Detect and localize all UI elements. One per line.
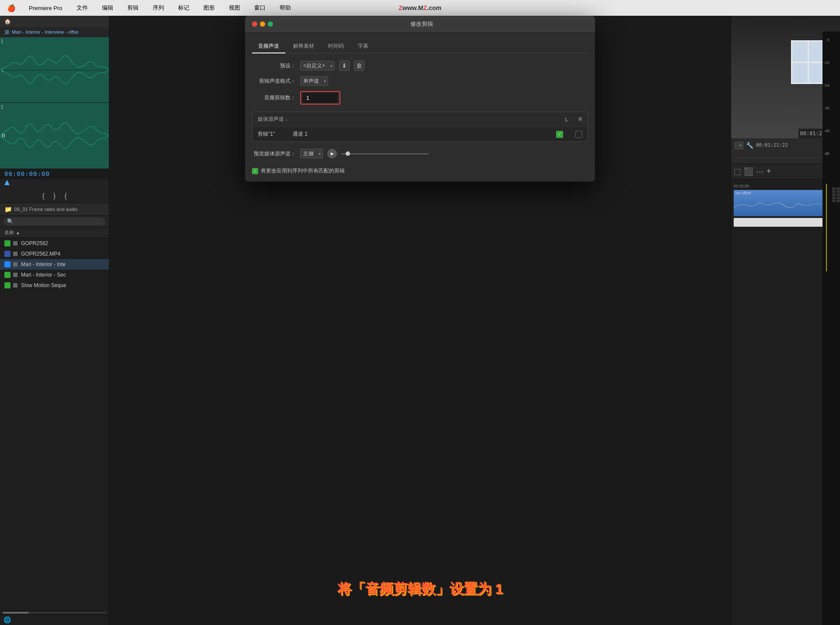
channel-col-label: 通道 1 — [293, 130, 319, 138]
apply-checkbox[interactable]: ✓ — [252, 168, 258, 174]
source-channels-label: 媒体源声道： — [258, 116, 289, 123]
volume-thumb — [346, 151, 350, 156]
channel-table: 媒体源声道： L R 剪辑"1" 通道 1 ✓ — [252, 112, 588, 142]
vu-label-24: -24 — [824, 83, 830, 88]
file-item-gopr2562[interactable]: GOPR2562 — [0, 238, 109, 249]
file-icon-blue-1 — [4, 251, 10, 257]
vu-label-12: -12 — [824, 60, 830, 65]
audio-clip[interactable]: ew offset — [734, 190, 837, 216]
waveform-svg-top — [0, 37, 109, 102]
modal-tabs: 音频声道 解释素材 时间码 字幕 — [252, 40, 588, 53]
file-list: GOPR2562 GOPR2562.MP4 Mari - Interior - … — [0, 238, 109, 611]
search-icon: 🔍 — [7, 218, 14, 225]
menu-window[interactable]: 窗口 — [252, 3, 268, 13]
channel-r-header: R — [578, 116, 582, 123]
overwrite-icon[interactable]: ⬛ — [744, 167, 753, 176]
channel-format-select[interactable]: 单声道 — [300, 76, 328, 86]
modal-title: 修改剪辑 — [276, 20, 567, 28]
timecode-display: 00:00:00:00 — [0, 169, 109, 179]
menu-edit[interactable]: 编辑 — [99, 3, 116, 13]
play-preview-btn[interactable]: ▶ — [327, 149, 337, 158]
wrench-icon[interactable]: 🔧 — [746, 142, 753, 149]
file-item-gopr2562mp4[interactable]: GOPR2562.MP4 — [0, 249, 109, 259]
trim-controls: { } { — [0, 190, 109, 203]
vu-seg-empty — [832, 197, 836, 199]
file-list-header: 名称 ▲ — [0, 228, 109, 238]
vu-label-48: -48 — [824, 129, 830, 133]
more-icon[interactable]: ⋯ — [756, 167, 764, 176]
file-item-mari-interior[interactable]: Mari - Interior - Inte — [0, 259, 109, 270]
checkbox-l[interactable]: ✓ — [556, 131, 563, 138]
file-icon-green-3 — [4, 282, 10, 288]
file-name-3: Mari - Interior - Inte — [21, 261, 105, 267]
preview-row: 预览媒体源声道： 左侧 ▶ — [252, 149, 588, 158]
clips-count-input[interactable] — [303, 93, 338, 103]
scrub-indicator — [4, 180, 10, 185]
file-name-4: Mari - Interior - Sec — [21, 272, 105, 278]
file-sub-icon-1 — [13, 241, 18, 246]
file-name-1: GOPR2562 — [21, 240, 105, 246]
vu-seg-empty — [832, 187, 836, 190]
vu-right-channel — [836, 53, 840, 202]
preview-source-select[interactable]: 左侧 — [300, 149, 323, 158]
preset-select[interactable]: <自定义> — [300, 61, 335, 70]
trim-mark-btn[interactable]: } — [53, 192, 56, 200]
apply-text: 将更改应用到序列中所有匹配的剪辑 — [261, 167, 345, 175]
scene-window — [791, 40, 826, 84]
source-label: 源: Mari - Interior - Interview - offse — [0, 27, 109, 37]
trim-out-btn[interactable]: { — [64, 192, 66, 200]
vu-seg-empty — [836, 197, 840, 199]
file-item-slow-motion[interactable]: Slow Motion Seque — [0, 280, 109, 291]
preset-label: 预设： — [252, 62, 296, 70]
menu-premiere-pro[interactable]: Premiere Pro — [26, 4, 65, 12]
file-name-5: Slow Motion Seque — [21, 282, 105, 288]
name-column-header: 名称 — [4, 229, 14, 236]
menu-graphics[interactable]: 图形 — [201, 3, 217, 13]
channel-lr-headers: L R — [565, 116, 582, 123]
vu-seg-empty — [836, 190, 840, 193]
tab-audio-channels[interactable]: 音频声道 — [252, 40, 285, 53]
search-bar: 🔍 — [0, 216, 109, 228]
delete-preset-btn[interactable]: 🗑 — [354, 60, 364, 71]
waveform-area: 1 L 1 R — [0, 37, 109, 169]
insert-icon[interactable]: ⬚ — [734, 167, 741, 176]
vu-meter: 0 -12 -24 -36 -48 dB — [822, 32, 840, 625]
checkbox-r[interactable] — [575, 131, 582, 138]
tab-timecode[interactable]: 时间码 — [322, 40, 350, 53]
monitor-select[interactable] — [735, 142, 743, 149]
menu-view[interactable]: 视图 — [226, 3, 243, 13]
source-header: 🏠 — [0, 16, 109, 27]
minimize-button[interactable] — [260, 21, 265, 27]
bottom-scrollbar[interactable] — [0, 611, 109, 614]
vu-seg-empty — [836, 200, 840, 202]
menu-clip[interactable]: 剪辑 — [125, 3, 141, 13]
apple-menu[interactable]: 🍎 — [7, 4, 16, 12]
trim-in-btn[interactable]: { — [42, 192, 44, 200]
volume-slider[interactable] — [341, 153, 429, 154]
menu-marker[interactable]: 标记 — [175, 3, 192, 13]
source-monitor: 🏠 源: Mari - Interior - Interview - offse… — [0, 16, 109, 203]
window-pane-3 — [792, 63, 808, 83]
channel-checkboxes: ✓ — [556, 131, 582, 138]
waveform-top: 1 L — [0, 37, 109, 103]
traffic-lights — [252, 21, 273, 27]
search-input[interactable] — [15, 218, 102, 225]
clips-count-row: 音频剪辑数： — [252, 91, 588, 105]
close-button[interactable] — [252, 21, 257, 27]
timeline-scrub[interactable] — [0, 179, 109, 190]
maximize-button[interactable] — [268, 21, 273, 27]
tab-subtitles[interactable]: 字幕 — [352, 40, 374, 53]
channel-format-row: 剪辑声道格式： 单声道 — [252, 76, 588, 86]
save-preset-btn[interactable]: ⬇ — [339, 60, 350, 71]
menu-help[interactable]: 帮助 — [277, 3, 294, 13]
sort-icon[interactable]: ▲ — [16, 230, 20, 235]
file-item-mari-sec[interactable]: Mari - Interior - Sec — [0, 270, 109, 280]
home-icon[interactable]: 🏠 — [4, 18, 11, 25]
tab-interpret-footage[interactable]: 解释素材 — [287, 40, 320, 53]
menu-file[interactable]: 文件 — [74, 3, 91, 13]
channel-format-label: 剪辑声道格式： — [252, 77, 296, 85]
add-icon[interactable]: + — [766, 167, 771, 176]
white-clip[interactable] — [734, 218, 837, 227]
menu-sequence[interactable]: 序列 — [150, 3, 167, 13]
left-panel: 🏠 源: Mari - Interior - Interview - offse… — [0, 16, 109, 625]
